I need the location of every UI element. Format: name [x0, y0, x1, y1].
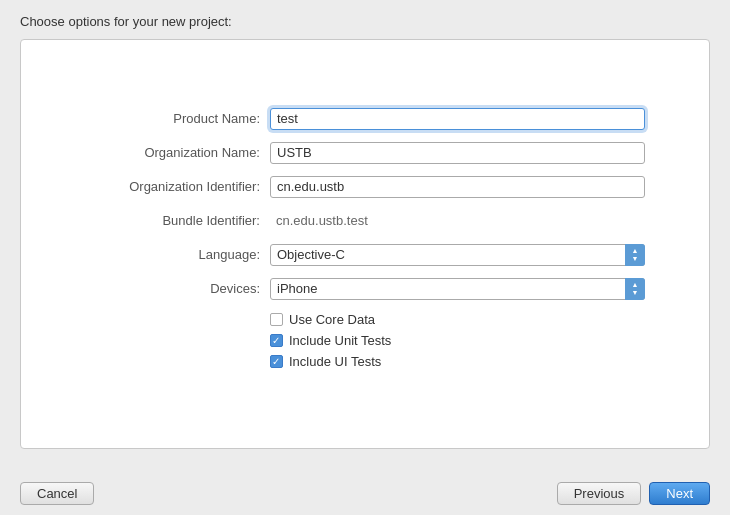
org-id-row: Organization Identifier:	[85, 176, 645, 198]
org-name-label: Organization Name:	[85, 145, 270, 160]
previous-button[interactable]: Previous	[557, 482, 642, 505]
header: Choose options for your new project:	[0, 0, 730, 39]
ui-tests-label[interactable]: Include UI Tests	[289, 354, 381, 369]
bundle-id-value: cn.edu.ustb.test	[270, 210, 374, 232]
unit-tests-label[interactable]: Include Unit Tests	[289, 333, 391, 348]
ui-tests-checkbox[interactable]	[270, 355, 283, 368]
language-row: Language: Objective-C Swift	[85, 244, 645, 266]
footer-right: Previous Next	[557, 482, 710, 505]
unit-tests-row: Include Unit Tests	[270, 333, 391, 348]
core-data-label[interactable]: Use Core Data	[289, 312, 375, 327]
language-select-wrapper: Objective-C Swift	[270, 244, 645, 266]
product-name-label: Product Name:	[85, 111, 270, 126]
devices-row: Devices: iPhone iPad Universal	[85, 278, 645, 300]
unit-tests-checkbox[interactable]	[270, 334, 283, 347]
language-label: Language:	[85, 247, 270, 262]
checkboxes-area: Use Core Data Include Unit Tests Include…	[270, 312, 391, 369]
devices-select-wrapper: iPhone iPad Universal	[270, 278, 645, 300]
product-name-row: Product Name:	[85, 108, 645, 130]
core-data-checkbox[interactable]	[270, 313, 283, 326]
ui-tests-row: Include UI Tests	[270, 354, 391, 369]
form-panel: Product Name: Organization Name: Organiz…	[20, 39, 710, 449]
devices-select[interactable]: iPhone iPad Universal	[270, 278, 645, 300]
form-inner: Product Name: Organization Name: Organiz…	[85, 108, 645, 381]
cancel-button[interactable]: Cancel	[20, 482, 94, 505]
checkboxes-row: Use Core Data Include Unit Tests Include…	[85, 312, 645, 369]
core-data-row: Use Core Data	[270, 312, 391, 327]
header-title: Choose options for your new project:	[20, 14, 232, 29]
bundle-id-row: Bundle Identifier: cn.edu.ustb.test	[85, 210, 645, 232]
footer: Cancel Previous Next	[0, 472, 730, 515]
org-id-input[interactable]	[270, 176, 645, 198]
main-content: Product Name: Organization Name: Organiz…	[0, 39, 730, 472]
product-name-input[interactable]	[270, 108, 645, 130]
devices-label: Devices:	[85, 281, 270, 296]
org-name-row: Organization Name:	[85, 142, 645, 164]
next-button[interactable]: Next	[649, 482, 710, 505]
org-id-label: Organization Identifier:	[85, 179, 270, 194]
bundle-id-label: Bundle Identifier:	[85, 213, 270, 228]
language-select[interactable]: Objective-C Swift	[270, 244, 645, 266]
org-name-input[interactable]	[270, 142, 645, 164]
